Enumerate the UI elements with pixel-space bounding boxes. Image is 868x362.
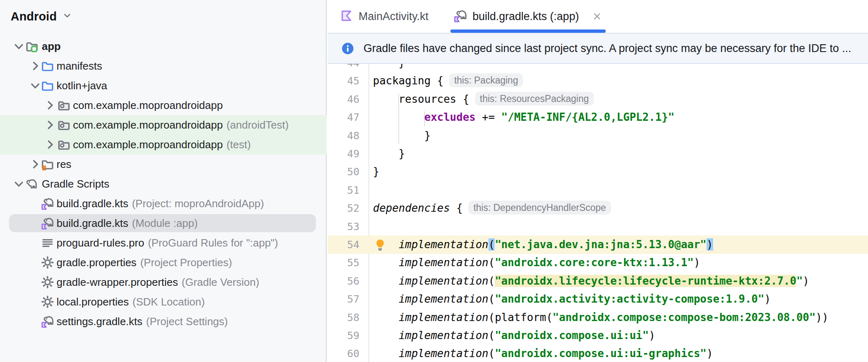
tree-item-manifests[interactable]: manifests	[0, 56, 327, 76]
code-text: resources {this: ResourcesPackaging	[373, 90, 594, 109]
tree-item-gradle-properties[interactable]: gradle.properties(Project Properties)	[0, 253, 327, 272]
code-line-55[interactable]: 55 implementation("androidx.core:core-kt…	[327, 253, 868, 272]
code-line-60[interactable]: 60 implementation("androidx.compose.ui:u…	[327, 344, 868, 362]
sync-notification-banner: Gradle files have changed since last pro…	[327, 33, 868, 64]
code-line-46[interactable]: 46 resources {this: ResourcesPackaging	[327, 90, 868, 109]
tree-item-com-example-moproandroidapp[interactable]: com.example.moproandroidapp(test)	[0, 135, 327, 154]
editor-tabs: MainActivity.kt build.gradle.kts (:app)	[327, 0, 868, 33]
code-line-50[interactable]: 50}	[327, 163, 868, 181]
chevron-expanded-icon[interactable]	[29, 79, 42, 92]
code-text: implementation("androidx.core:core-ktx:1…	[373, 253, 700, 272]
tree-item-detail: (SDK Location)	[132, 296, 205, 308]
tree-item-label: local.properties(SDK Location)	[57, 292, 205, 312]
code-line-58[interactable]: 58 implementation(platform("androidx.com…	[327, 308, 868, 327]
code-line-57[interactable]: 57 implementation("androidx.activity:act…	[327, 290, 868, 308]
sync-banner-message: Gradle files have changed since last pro…	[364, 42, 851, 55]
close-icon[interactable]	[592, 11, 602, 22]
code-line-44[interactable]: 44 }	[327, 64, 868, 72]
inlay-hint[interactable]: this: DependencyHandlerScope	[468, 201, 611, 215]
editor-area: MainActivity.kt build.gradle.kts (:app) …	[327, 0, 868, 362]
tree-item-detail: (Project: moproAndroidApp)	[132, 197, 264, 210]
chevron-collapsed-icon[interactable]	[43, 118, 57, 131]
tree-item-detail: (Module :app)	[132, 217, 198, 230]
code-text: implementation("net.java.dev.jna:jna:5.1…	[373, 235, 713, 254]
line-number: 54	[327, 235, 359, 254]
code-line-45[interactable]: 45packaging {this: Packaging	[327, 72, 868, 90]
code-line-59[interactable]: 59 implementation("androidx.compose.ui:u…	[327, 326, 868, 345]
project-tool-window: Android appmanifestskotlin+javacom.examp…	[0, 0, 327, 362]
line-number: 53	[327, 217, 359, 236]
tree-item-detail: (test)	[227, 138, 251, 151]
line-number: 44	[327, 64, 359, 72]
code-text: implementation("androidx.lifecycle:lifec…	[373, 272, 809, 290]
tree-item-label: com.example.moproandroidapp(androidTest)	[73, 115, 289, 135]
code-line-49[interactable]: 49 }	[327, 145, 868, 163]
chevron-expanded-icon[interactable]	[12, 40, 25, 53]
tree-item-settings-gradle-kts[interactable]: settings.gradle.kts(Project Settings)	[0, 312, 327, 331]
chevron-collapsed-icon[interactable]	[43, 99, 57, 112]
line-number: 49	[327, 145, 359, 163]
chevron-collapsed-icon[interactable]	[29, 158, 42, 171]
code-line-56[interactable]: 56 implementation("androidx.lifecycle:li…	[327, 272, 868, 290]
code-line-54[interactable]: 54 implementation("net.java.dev.jna:jna:…	[327, 235, 868, 254]
gear-icon	[41, 276, 54, 289]
tab-mainactivity-kt[interactable]: MainActivity.kt	[336, 0, 432, 33]
code-text: implementation("androidx.activity:activi…	[373, 290, 771, 308]
tree-item-gradle-wrapper-properties[interactable]: gradle-wrapper.properties(Gradle Version…	[0, 272, 327, 292]
tree-item-build-gradle-kts[interactable]: build.gradle.kts(Module :app)	[0, 213, 327, 233]
tree-item-detail: (Gradle Version)	[182, 276, 259, 289]
gear-icon	[41, 295, 54, 308]
tree-item-kotlin-java[interactable]: kotlin+java	[0, 76, 327, 95]
code-line-53[interactable]: 53	[327, 217, 868, 236]
code-line-48[interactable]: 48 }	[327, 127, 868, 145]
chevron-collapsed-icon[interactable]	[29, 59, 42, 72]
inlay-hint[interactable]: this: Packaging	[449, 73, 523, 87]
tree-item-gradle-scripts[interactable]: Gradle Scripts	[0, 174, 327, 194]
tree-item-detail: (Project Settings)	[146, 315, 228, 328]
tree-item-build-gradle-kts[interactable]: build.gradle.kts(Project: moproAndroidAp…	[0, 194, 327, 213]
tree-item-label: kotlin+java	[57, 76, 107, 95]
tree-item-label: gradle.properties(Project Properties)	[57, 253, 232, 272]
line-number: 47	[327, 108, 359, 127]
tree-item-label: res	[57, 154, 71, 174]
kotlin-file-icon	[340, 9, 353, 24]
resource-folder-icon	[41, 158, 54, 171]
tab-build-gradle-kts-app[interactable]: build.gradle.kts (:app)	[450, 0, 606, 33]
text-file-icon	[41, 236, 54, 249]
android-studio-window: { "colors":{ "accent_blue":"#3574F0","st…	[0, 0, 868, 362]
line-number: 48	[327, 127, 359, 145]
line-number: 52	[327, 199, 359, 217]
package-icon	[57, 138, 70, 151]
gradle-kts-icon	[41, 197, 54, 210]
tree-item-label: build.gradle.kts(Module :app)	[57, 213, 198, 233]
tree-item-label: proguard-rules.pro(ProGuard Rules for ":…	[57, 233, 278, 253]
tree-item-app[interactable]: app	[0, 36, 327, 56]
app-module-folder-icon	[25, 40, 39, 53]
tree-item-res[interactable]: res	[0, 154, 327, 174]
code-text: }	[373, 64, 405, 72]
code-line-51[interactable]: 51	[327, 181, 868, 199]
chevron-expanded-icon[interactable]	[12, 177, 25, 190]
chevron-collapsed-icon[interactable]	[43, 138, 57, 151]
line-number: 46	[327, 90, 359, 109]
folder-blue-icon	[41, 79, 54, 92]
line-number: 45	[327, 72, 359, 90]
tree-item-label: build.gradle.kts(Project: moproAndroidAp…	[57, 194, 264, 213]
inlay-hint[interactable]: this: ResourcesPackaging	[475, 92, 594, 106]
tree-item-label: Gradle Scripts	[42, 174, 109, 194]
line-number: 56	[327, 272, 359, 290]
tree-item-local-properties[interactable]: local.properties(SDK Location)	[0, 292, 327, 312]
package-icon	[57, 118, 70, 131]
line-number: 57	[327, 290, 359, 308]
line-number: 59	[327, 326, 359, 345]
code-editor[interactable]: 44 }45packaging {this: Packaging46 resou…	[327, 64, 868, 362]
code-line-52[interactable]: 52dependencies {this: DependencyHandlerS…	[327, 199, 868, 217]
tree-item-com-example-moproandroidapp[interactable]: com.example.moproandroidapp(androidTest)	[0, 115, 327, 135]
code-line-47[interactable]: 47 excludes += "/META-INF/{AL2.0,LGPL2.1…	[327, 108, 868, 127]
tree-item-label: com.example.moproandroidapp	[73, 95, 223, 115]
tree-item-label: gradle-wrapper.properties(Gradle Version…	[57, 272, 259, 292]
tab-label: build.gradle.kts (:app)	[473, 10, 579, 23]
line-number: 50	[327, 163, 359, 181]
tree-item-proguard-rules-pro[interactable]: proguard-rules.pro(ProGuard Rules for ":…	[0, 233, 327, 253]
tree-item-com-example-moproandroidapp[interactable]: com.example.moproandroidapp	[0, 95, 327, 115]
